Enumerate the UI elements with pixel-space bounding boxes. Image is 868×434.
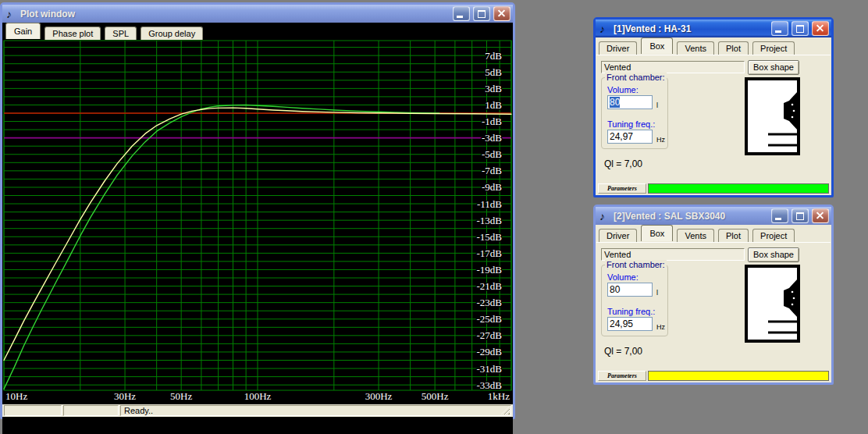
project2-titlebar[interactable]: ♪ [2]Vented : SAL SBX3040 — [596, 207, 831, 225]
parameters-bar: Parameters — [598, 183, 829, 194]
maximize-icon — [796, 25, 804, 33]
box-type-field[interactable]: Vented — [601, 248, 745, 261]
project2-body: Driver Box Vents Plot Project Vented Box… — [596, 225, 831, 382]
project1-body: Driver Box Vents Plot Project Vented Box… — [596, 37, 831, 195]
tuning-label: Tuning freq.: — [607, 307, 655, 316]
tuning-unit: Hz — [656, 323, 665, 331]
project-window-2: ♪ [2]Vented : SAL SBX3040 Driver Box Ven… — [593, 205, 834, 385]
tab-driver[interactable]: Driver — [599, 41, 637, 55]
tab-project[interactable]: Project — [752, 229, 795, 242]
minimize-icon — [775, 218, 781, 220]
tuning-value: 24,97 — [610, 131, 633, 142]
maximize-button[interactable] — [473, 6, 490, 21]
svg-text:-21dB: -21dB — [477, 280, 503, 292]
box-shape-button[interactable]: Box shape — [748, 60, 799, 75]
svg-text:1kHz: 1kHz — [488, 390, 510, 402]
svg-text:10Hz: 10Hz — [5, 390, 27, 402]
desktop: { "plot_window": { "icon": "♪", "title":… — [0, 0, 868, 434]
plot-tab-strip: Gain Phase plot SPL Group delay — [2, 23, 513, 40]
volume-input[interactable]: 80 — [607, 95, 653, 109]
volume-unit: l — [656, 101, 658, 109]
svg-text:1dB: 1dB — [485, 99, 502, 111]
tab-gain[interactable]: Gain — [5, 23, 41, 39]
close-button[interactable] — [812, 208, 829, 223]
svg-text:-5dB: -5dB — [482, 148, 502, 160]
volume-input[interactable]: 80 — [607, 283, 653, 297]
parameters-bar: Parameters — [598, 371, 829, 381]
tab-project[interactable]: Project — [752, 41, 795, 55]
box-tab-page: Vented Box shape Front chamber: Volume: … — [596, 55, 831, 195]
maximize-icon — [478, 10, 486, 18]
ql-value: Ql = 7,00 — [604, 346, 642, 357]
svg-text:-1dB: -1dB — [482, 116, 502, 127]
tuning-unit: Hz — [656, 136, 665, 144]
svg-text:-15dB: -15dB — [477, 231, 503, 243]
volume-label: Volume: — [607, 272, 639, 282]
minimize-button[interactable] — [771, 21, 788, 36]
svg-text:50Hz: 50Hz — [170, 390, 192, 402]
tab-vents[interactable]: Vents — [677, 41, 714, 55]
app-icon: ♪ — [599, 23, 610, 34]
tab-plot[interactable]: Plot — [718, 41, 749, 55]
tuning-input[interactable]: 24,97 — [607, 130, 653, 144]
svg-text:-17dB: -17dB — [477, 247, 503, 259]
project1-titlebar[interactable]: ♪ [1]Vented : HA-31 — [596, 20, 831, 37]
app-icon: ♪ — [6, 9, 17, 20]
svg-text:-25dB: -25dB — [477, 313, 503, 325]
front-chamber-legend: Front chamber: — [605, 73, 667, 82]
tab-plot[interactable]: Plot — [718, 229, 749, 242]
front-chamber-group: Front chamber: Volume: 80 l Tuning freq.… — [601, 265, 668, 336]
minimize-button[interactable] — [771, 208, 788, 223]
plot-window-titlebar[interactable]: ♪ Plot window — [2, 5, 513, 23]
svg-text:-7dB: -7dB — [482, 165, 502, 176]
resize-grip[interactable] — [501, 406, 510, 414]
tab-phase-plot[interactable]: Phase plot — [44, 27, 101, 40]
svg-text:-29dB: -29dB — [477, 346, 503, 358]
project2-title: [2]Vented : SAL SBX3040 — [614, 211, 768, 222]
close-button[interactable] — [812, 21, 829, 36]
svg-text:-11dB: -11dB — [477, 198, 502, 210]
box-shape-button[interactable]: Box shape — [748, 247, 799, 262]
minimize-icon — [457, 16, 463, 18]
app-icon: ♪ — [599, 211, 610, 222]
status-text: Ready.. — [124, 406, 153, 415]
status-bar: Ready.. — [2, 404, 513, 417]
plot-window-title: Plot window — [20, 9, 450, 20]
project2-tab-strip: Driver Box Vents Plot Project — [596, 225, 831, 242]
close-button[interactable] — [493, 6, 510, 21]
svg-text:-9dB: -9dB — [482, 181, 502, 193]
minimize-icon — [775, 30, 781, 33]
volume-label: Volume: — [607, 85, 639, 94]
minimize-button[interactable] — [453, 6, 470, 21]
tuning-input[interactable]: 24,95 — [607, 317, 653, 331]
volume-value: 80 — [610, 97, 620, 108]
front-chamber-legend: Front chamber: — [605, 260, 667, 269]
svg-text:-19dB: -19dB — [477, 264, 503, 276]
tab-box[interactable]: Box — [641, 37, 673, 54]
svg-text:-23dB: -23dB — [477, 297, 503, 308]
svg-text:100Hz: 100Hz — [244, 390, 272, 402]
parameters-progress — [648, 371, 829, 381]
svg-text:300Hz: 300Hz — [365, 390, 393, 402]
gain-chart: 7dB5dB3dB1dB-1dB-3dB-5dB-7dB-9dB-11dB-13… — [2, 40, 513, 404]
parameters-label[interactable]: Parameters — [598, 371, 646, 381]
project1-tab-strip: Driver Box Vents Plot Project — [596, 37, 831, 55]
tab-spl[interactable]: SPL — [105, 27, 137, 40]
tab-box[interactable]: Box — [641, 225, 673, 241]
parameters-label[interactable]: Parameters — [598, 183, 646, 194]
svg-text:500Hz: 500Hz — [422, 390, 449, 402]
tab-vents[interactable]: Vents — [677, 229, 714, 242]
maximize-button[interactable] — [792, 21, 809, 36]
svg-text:-33dB: -33dB — [477, 379, 503, 391]
tuning-value: 24,95 — [610, 318, 633, 329]
status-panel-2 — [63, 405, 119, 416]
svg-text:3dB: 3dB — [485, 83, 502, 94]
box-type-field[interactable]: Vented — [601, 61, 745, 73]
maximize-button[interactable] — [792, 208, 809, 223]
parameters-progress — [648, 183, 829, 194]
tab-driver[interactable]: Driver — [599, 229, 637, 242]
tab-group-delay[interactable]: Group delay — [141, 27, 203, 40]
progress-fill — [649, 184, 828, 193]
volume-unit: l — [656, 289, 658, 297]
svg-text:-13dB: -13dB — [477, 215, 503, 226]
